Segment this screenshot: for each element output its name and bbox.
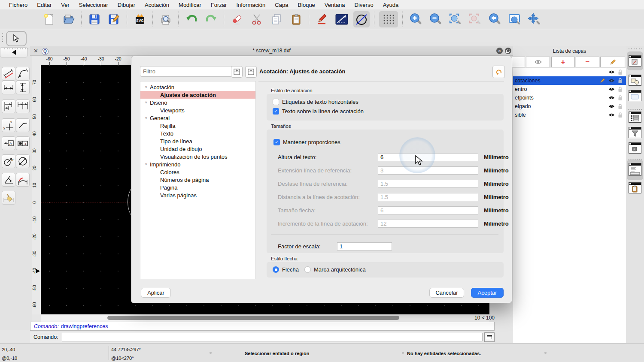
dim-arc-button[interactable]	[16, 173, 30, 187]
eye-icon[interactable]	[608, 87, 615, 91]
tree-item-diseno[interactable]: ∨Diseño	[140, 99, 255, 106]
dim-horizontal-button[interactable]	[2, 81, 15, 94]
window-restore-icon[interactable]	[505, 48, 511, 54]
layer-row[interactable]: efpoints	[513, 94, 626, 102]
zoom-auto-icon[interactable]	[447, 11, 463, 27]
lock-icon[interactable]	[618, 78, 623, 84]
copy-icon[interactable]: +	[268, 11, 285, 27]
grid-toggle-icon[interactable]	[379, 11, 398, 27]
lock-icon[interactable]	[618, 69, 623, 75]
menu-forzar[interactable]: Forzar	[206, 2, 232, 8]
tree-item-imprimiendo[interactable]: ∨Imprimiendo	[140, 160, 255, 168]
circle-tool-icon[interactable]	[353, 11, 370, 27]
checkbox-etiquetas-horizontales[interactable]: Etiquetas de texto horizontales	[273, 99, 358, 105]
eye-icon[interactable]	[608, 113, 615, 117]
lock-icon[interactable]	[618, 104, 623, 109]
dim-baseline-button[interactable]	[2, 100, 15, 113]
dock-command-list-icon[interactable]	[629, 112, 641, 123]
dim-vertical-button[interactable]	[16, 81, 30, 94]
zoom-in-icon[interactable]	[407, 11, 424, 27]
layer-row-selected[interactable]: cotaciones	[513, 76, 626, 85]
tree-item-colores[interactable]: Colores	[140, 168, 256, 176]
new-document-icon[interactable]	[41, 11, 57, 27]
dim-angular-button[interactable]	[2, 173, 15, 187]
dock-block-list-icon[interactable]	[629, 75, 641, 86]
command-detach-button[interactable]	[484, 332, 495, 342]
apply-button[interactable]: Aplicar	[141, 288, 171, 298]
save-icon[interactable]	[86, 11, 103, 27]
dock-layer-list-icon[interactable]	[629, 55, 641, 66]
dim-angled-button[interactable]	[16, 67, 30, 81]
checkbox-unchecked[interactable]	[273, 99, 279, 105]
tree-filter-input[interactable]	[140, 66, 233, 77]
tree-item-varias-paginas[interactable]: Varias páginas	[140, 191, 256, 199]
lock-icon[interactable]	[618, 87, 623, 92]
pencil-icon[interactable]	[599, 78, 605, 84]
window-close-icon[interactable]: ✕	[496, 48, 503, 54]
cancel-button[interactable]: Cancelar	[429, 288, 464, 298]
document-tab-title[interactable]: * screw_m18.dxf	[30, 46, 513, 55]
edit-layer-button[interactable]	[600, 57, 625, 67]
tree-item-unidad-de-dibujo[interactable]: Unidad de dibujo	[140, 145, 256, 153]
canvas-hscrollbar[interactable]	[41, 314, 489, 322]
tree-item-ajustes-de-acotacion[interactable]: Ajustes de acotación	[140, 91, 256, 99]
layer-row[interactable]: entro	[513, 85, 626, 94]
open-file-icon[interactable]	[61, 11, 77, 27]
dock-clipboard-icon[interactable]	[629, 182, 641, 193]
dim-aligned-button[interactable]	[2, 67, 15, 81]
tab-close-icon[interactable]: ✕	[33, 48, 38, 54]
eye-icon[interactable]	[608, 70, 615, 74]
menu-editar[interactable]: Editar	[32, 2, 56, 8]
checkbox-checked[interactable]: ✓	[273, 139, 280, 145]
svg-export-icon[interactable]: SVG	[132, 11, 148, 27]
eye-icon[interactable]	[608, 104, 615, 109]
tree-item-acotacion[interactable]: ∨Acotación	[140, 83, 255, 91]
tree-item-visualizacion-puntos[interactable]: Visualización de los puntos	[140, 153, 256, 160]
add-layer-button[interactable]: +	[551, 57, 575, 67]
zoom-window-icon[interactable]	[506, 11, 522, 27]
menu-ver[interactable]: Ver	[56, 2, 74, 8]
menu-acotacion[interactable]: Acotación	[140, 2, 174, 8]
remove-layer-button[interactable]: −	[576, 57, 599, 67]
expand-all-button[interactable]	[231, 66, 243, 78]
radio-marca-arquitectonica[interactable]: Marca arquitectónica	[304, 266, 366, 273]
dim-continue-button[interactable]	[16, 100, 30, 113]
cut-icon[interactable]: +	[249, 11, 265, 27]
lock-icon[interactable]	[618, 112, 623, 118]
tree-item-viewports[interactable]: Viewports	[140, 106, 256, 114]
line-tool-icon[interactable]	[334, 11, 350, 27]
radio-unselected[interactable]	[304, 266, 311, 273]
selection-tool-button[interactable]	[6, 31, 27, 46]
radio-selected[interactable]	[273, 266, 279, 273]
zoom-out-icon[interactable]	[427, 11, 444, 27]
paste-icon[interactable]	[288, 11, 304, 27]
layer-row[interactable]	[513, 68, 626, 76]
dim-leader-button[interactable]	[16, 118, 30, 132]
tree-item-texto[interactable]: Texto	[140, 130, 256, 137]
dim-radius-button[interactable]: R	[2, 154, 15, 168]
layer-visibility-button[interactable]	[526, 57, 550, 67]
command-input[interactable]	[62, 333, 483, 341]
menu-seleccionar[interactable]: Seleccionar	[74, 2, 113, 8]
dim-diameter-button[interactable]	[16, 154, 30, 168]
print-preview-icon[interactable]	[158, 11, 174, 27]
reset-defaults-button[interactable]	[492, 66, 505, 78]
dock-library-icon[interactable]	[629, 90, 641, 101]
menu-fichero[interactable]: Fichero	[4, 2, 32, 8]
menu-bloque[interactable]: Bloque	[293, 2, 319, 8]
zoom-back-icon[interactable]	[486, 11, 503, 27]
tree-item-general[interactable]: ∨General	[140, 114, 255, 122]
radio-flecha[interactable]: Flecha	[273, 266, 299, 273]
menu-informacion[interactable]: Información	[231, 2, 270, 8]
menu-modificar[interactable]: Modificar	[174, 2, 206, 8]
draw-pencil-icon[interactable]	[314, 11, 330, 27]
save-as-icon[interactable]	[106, 11, 122, 27]
menu-ayuda[interactable]: Ayuda	[378, 2, 404, 8]
lock-icon[interactable]	[618, 95, 623, 101]
eye-icon[interactable]	[608, 96, 615, 100]
tree-item-rejilla[interactable]: Rejilla	[140, 122, 256, 130]
eye-icon[interactable]	[608, 78, 615, 83]
layer-row[interactable]: sible	[513, 111, 626, 119]
menu-diverso[interactable]: Diverso	[350, 2, 378, 8]
dock-pen-settings-icon[interactable]	[629, 142, 641, 154]
